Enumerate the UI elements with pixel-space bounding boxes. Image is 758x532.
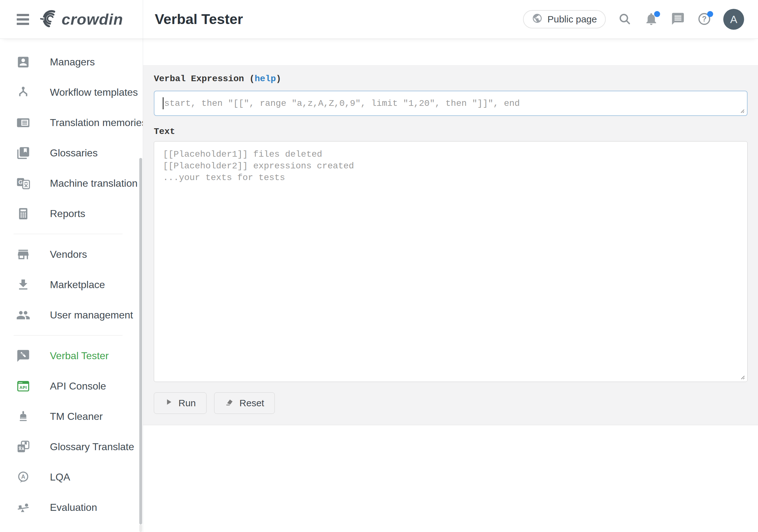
run-button-label: Run — [179, 398, 196, 408]
crowdin-app: crowdin Verbal Tester Public page — [0, 0, 758, 532]
sidebar-item-user-management[interactable]: User management — [0, 300, 143, 330]
page-title: Verbal Tester — [155, 11, 243, 27]
sidebar-item-label: Managers — [50, 56, 95, 68]
sidebar-item-lqa[interactable]: A LQA — [0, 462, 143, 492]
sidebar-item-label: Verbal Tester — [50, 350, 109, 362]
sidebar-item-translation-memories[interactable]: Translation memories — [0, 107, 143, 138]
download-icon — [16, 278, 30, 292]
sidebar-item-label: Workflow templates — [50, 87, 138, 98]
text-placeholder-line: ...your texts for tests — [163, 172, 739, 184]
store-icon — [16, 247, 30, 262]
public-page-button[interactable]: Public page — [523, 10, 606, 28]
sidebar-item-label: TM Cleaner — [50, 411, 103, 422]
tm-cleaner-icon — [16, 409, 30, 424]
crowdin-bird-icon — [40, 10, 58, 28]
translation-memory-icon — [16, 116, 30, 130]
avatar[interactable]: A — [723, 9, 744, 30]
sidebar-item-label: User management — [50, 309, 133, 321]
sidebar-item-label: Machine translation — [50, 178, 137, 189]
sidebar-divider — [14, 335, 122, 336]
reset-button[interactable]: Reset — [214, 392, 275, 414]
sidebar-item-managers[interactable]: Managers — [0, 47, 143, 77]
verbal-expression-input[interactable]: start, then "[[", range "a,z,A,Z,0,9", l… — [154, 91, 747, 116]
glossaries-icon — [16, 146, 30, 160]
crowdin-wordmark: crowdin — [62, 11, 123, 28]
messages-button[interactable] — [670, 12, 685, 27]
text-label: Text — [154, 125, 747, 138]
sidebar-item-glossaries[interactable]: Glossaries — [0, 138, 143, 168]
sidebar-scrollbar-thumb[interactable] — [139, 158, 142, 524]
globe-icon — [532, 13, 543, 26]
account-box-icon — [16, 55, 30, 69]
eraser-icon — [225, 397, 234, 409]
text-cursor — [163, 97, 164, 109]
sidebar-item-evaluation[interactable]: Evaluation — [0, 492, 143, 522]
sidebar-item-label: Evaluation — [50, 502, 97, 514]
workflow-icon — [16, 85, 30, 99]
sidebar-item-label: Vendors — [50, 249, 87, 260]
help-button[interactable]: ? — [697, 12, 712, 27]
sidebar-item-workflow-templates[interactable]: Workflow templates — [0, 77, 143, 107]
help-badge-dot — [707, 11, 713, 17]
top-header: crowdin Verbal Tester Public page — [0, 0, 758, 39]
sidebar-item-marketplace[interactable]: Marketplace — [0, 269, 143, 300]
sidebar-item-glossary-translate[interactable]: Glossary Translate — [0, 432, 143, 462]
crowdin-logo[interactable]: crowdin — [40, 10, 123, 28]
search-icon — [618, 12, 632, 27]
notifications-button[interactable] — [644, 12, 659, 27]
search-button[interactable] — [617, 12, 632, 27]
glossary-translate-icon — [16, 440, 30, 454]
svg-text:API: API — [19, 385, 27, 390]
api-console-icon: API — [16, 379, 30, 393]
text-input[interactable]: [[Placeholder1]] files deleted [[Placeho… — [154, 141, 747, 382]
main-content: Verbal Expression (help) start, then "[[… — [143, 39, 758, 532]
svg-text:A: A — [21, 474, 25, 480]
group-icon — [16, 308, 30, 322]
notifications-badge-dot — [654, 11, 660, 17]
sidebar-item-reports[interactable]: Reports — [0, 198, 143, 229]
reports-icon — [16, 207, 30, 221]
chat-icon — [671, 12, 685, 27]
verbal-tester-icon — [16, 349, 30, 363]
public-page-label: Public page — [547, 14, 597, 25]
sidebar-item-label: Marketplace — [50, 279, 105, 291]
app-shell: Managers Workflow templates — [0, 39, 758, 532]
sidebar-nav: Managers Workflow templates — [0, 39, 143, 522]
verbal-expression-label: Verbal Expression (help) — [154, 73, 747, 85]
text-placeholder-line: [[Placeholder1]] files deleted — [163, 149, 739, 160]
sidebar-item-label: Glossary Translate — [50, 441, 134, 453]
sidebar-item-api-console[interactable]: API API Console — [0, 371, 143, 401]
resize-handle-icon[interactable] — [739, 107, 745, 114]
resize-handle-icon[interactable] — [739, 374, 745, 380]
menu-toggle-button[interactable] — [17, 14, 29, 25]
svg-text:G: G — [18, 179, 23, 186]
play-icon — [164, 398, 173, 408]
verbal-expression-placeholder: start, then "[[", range "a,z,A,Z,0,9", l… — [164, 98, 520, 108]
run-button[interactable]: Run — [154, 392, 207, 414]
sidebar-item-label: Reports — [50, 208, 85, 220]
text-placeholder-line: [[Placeholder2]] expressions created — [163, 160, 739, 172]
sidebar-item-tm-cleaner[interactable]: TM Cleaner — [0, 401, 143, 432]
sidebar-divider — [14, 234, 122, 234]
sidebar: Managers Workflow templates — [0, 39, 143, 532]
sidebar-item-label: Translation memories — [50, 117, 143, 128]
header-actions: Public page — [523, 9, 758, 30]
verbal-tester-form: Verbal Expression (help) start, then "[[… — [143, 65, 758, 425]
evaluation-icon — [16, 500, 30, 514]
reset-button-label: Reset — [239, 398, 264, 408]
verbal-expression-label-suffix: ) — [276, 74, 281, 84]
svg-text:?: ? — [702, 15, 707, 23]
verbal-expression-label-text: Verbal Expression ( — [154, 74, 255, 84]
machine-translation-icon: G — [16, 176, 30, 191]
avatar-initial: A — [730, 13, 738, 25]
sidebar-item-vendors[interactable]: Vendors — [0, 239, 143, 269]
lqa-icon: A — [16, 470, 30, 484]
form-actions: Run Reset — [154, 392, 747, 414]
sidebar-scrollbar-track — [139, 524, 142, 532]
sidebar-item-machine-translation[interactable]: G Machine translation — [0, 168, 143, 198]
header-left: crowdin — [0, 0, 143, 39]
sidebar-item-verbal-tester[interactable]: Verbal Tester — [0, 340, 143, 371]
sidebar-item-label: LQA — [50, 471, 70, 483]
sidebar-item-label: Glossaries — [50, 147, 98, 159]
help-link[interactable]: help — [255, 74, 276, 84]
